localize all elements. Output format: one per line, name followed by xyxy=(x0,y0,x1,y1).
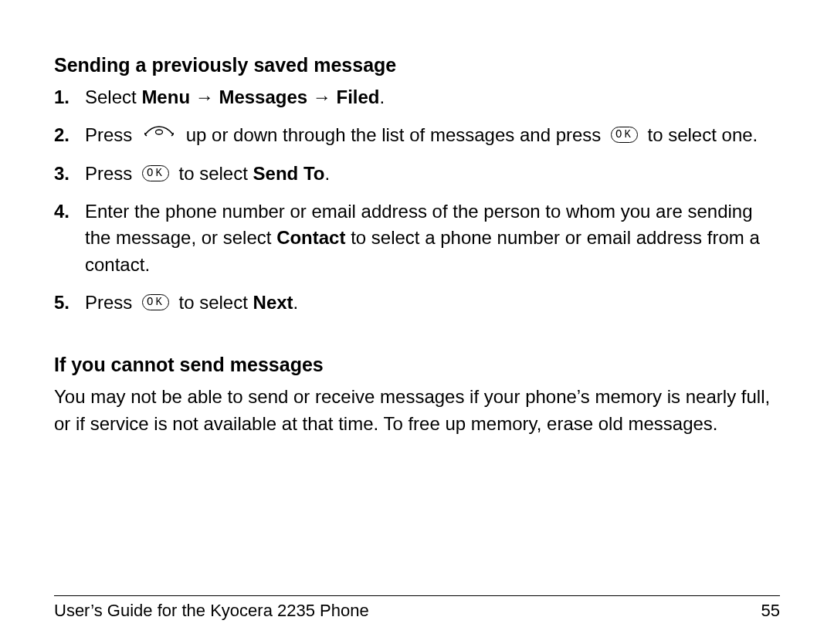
step-item: 4. Enter the phone number or email addre… xyxy=(54,198,780,279)
ok-button-icon: OK xyxy=(611,127,638,143)
step-body: Enter the phone number or email address … xyxy=(85,198,780,279)
ok-button-icon: OK xyxy=(142,165,169,181)
menu-path-part: Filed xyxy=(336,86,379,107)
text: Select xyxy=(85,86,141,107)
text: Press xyxy=(85,292,137,313)
step-item: 1. Select Menu → Messages → Filed. xyxy=(54,84,780,111)
text: . xyxy=(380,86,385,107)
document-page: Sending a previously saved message 1. Se… xyxy=(0,0,834,644)
text: to select one. xyxy=(647,124,758,145)
step-body: Press OK to select Next. xyxy=(85,290,780,317)
menu-path-part: Messages xyxy=(219,86,307,107)
ui-label: Contact xyxy=(276,227,345,248)
section-heading: If you cannot send messages xyxy=(54,354,780,376)
text: . xyxy=(293,292,299,313)
svg-point-0 xyxy=(156,130,163,134)
text: Press xyxy=(85,124,137,145)
text: up or down through the list of messages … xyxy=(186,124,606,145)
ok-button-icon: OK xyxy=(142,294,169,310)
ordered-steps: 1. Select Menu → Messages → Filed. 2. Pr… xyxy=(54,84,780,317)
text: to select xyxy=(179,163,253,184)
step-number: 5. xyxy=(54,290,85,317)
text: to select xyxy=(179,292,253,313)
ui-label: Send To xyxy=(253,163,325,184)
page-footer: User’s Guide for the Kyocera 2235 Phone … xyxy=(54,595,780,621)
body-paragraph: You may not be able to send or receive m… xyxy=(54,384,780,438)
arrow: → xyxy=(307,86,336,107)
step-number: 4. xyxy=(54,198,85,225)
ui-label: Next xyxy=(253,292,293,313)
text: Press xyxy=(85,163,137,184)
step-number: 3. xyxy=(54,161,85,188)
step-body: Press up or down through the list of mes… xyxy=(85,122,780,150)
step-item: 2. Press up or down through the list of … xyxy=(54,122,780,150)
footer-divider xyxy=(54,595,780,596)
step-body: Select Menu → Messages → Filed. xyxy=(85,84,780,111)
text: . xyxy=(324,163,330,184)
step-number: 1. xyxy=(54,84,85,111)
footer-title: User’s Guide for the Kyocera 2235 Phone xyxy=(54,601,369,621)
step-number: 2. xyxy=(54,122,85,149)
section-heading: Sending a previously saved message xyxy=(54,54,780,76)
step-item: 5. Press OK to select Next. xyxy=(54,290,780,317)
arrow: → xyxy=(190,86,219,107)
menu-path-part: Menu xyxy=(141,86,190,107)
step-body: Press OK to select Send To. xyxy=(85,161,780,188)
step-item: 3. Press OK to select Send To. xyxy=(54,161,780,188)
nav-rocker-icon xyxy=(142,121,176,148)
page-number: 55 xyxy=(761,601,780,621)
